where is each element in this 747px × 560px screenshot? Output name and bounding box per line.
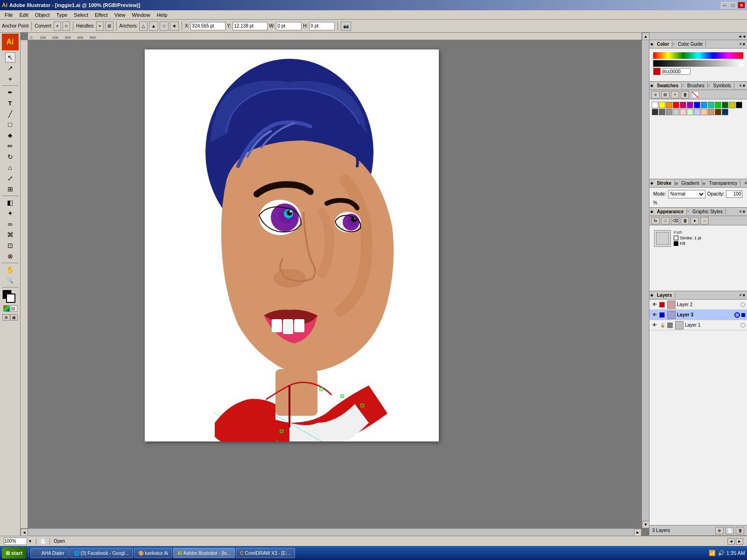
layer2-target[interactable] <box>740 302 745 307</box>
tab-stroke[interactable]: Stroke <box>654 180 675 186</box>
swatch-silver[interactable] <box>673 109 679 115</box>
swatch-gray[interactable] <box>659 109 665 115</box>
tool-pen[interactable]: ✒ <box>5 87 15 98</box>
swatch-darkgray[interactable] <box>652 109 658 115</box>
layers-panel-menu[interactable]: ▼ <box>742 293 746 298</box>
layer1-target[interactable] <box>740 323 745 328</box>
scroll-h-track[interactable] <box>28 529 634 536</box>
tab-symbols[interactable]: Symbols <box>711 83 734 89</box>
swatch-blue[interactable] <box>694 102 700 108</box>
vertical-scrollbar[interactable]: ▲ ▼ <box>641 33 649 528</box>
tool-symbol[interactable]: ⌘ <box>5 230 15 240</box>
taskbar-karikatur[interactable]: 🎨 karikatur Ai <box>134 548 172 558</box>
start-button[interactable]: ⊞ start <box>2 547 26 559</box>
y-input[interactable] <box>233 22 268 30</box>
appearance-visibility[interactable]: ● <box>691 217 699 224</box>
taskbar-facebook[interactable]: 🌐 (3) Facebook - Googl... <box>70 548 133 558</box>
swatches-expand[interactable]: ◆ <box>649 84 654 88</box>
swatch-red[interactable] <box>673 102 679 108</box>
swatch-delete[interactable]: 🗑 <box>681 91 689 98</box>
appearance-new-art[interactable]: □ <box>661 217 669 224</box>
layer1-visibility[interactable]: 👁 <box>651 322 658 329</box>
menu-select[interactable]: Select <box>71 11 91 19</box>
tool-lasso[interactable]: ⌖ <box>5 74 15 84</box>
tool-hand[interactable]: ✋ <box>5 265 15 275</box>
appearance-add-fx[interactable]: fx <box>651 217 660 224</box>
maximize-button[interactable]: □ <box>729 2 737 8</box>
tool-artboard[interactable]: ⊡ <box>5 240 15 251</box>
handles-btn-1[interactable]: ⌖ <box>96 21 104 31</box>
swatch-green[interactable] <box>715 102 721 108</box>
taskbar-illustrator[interactable]: Ai Adobe Illustrator - [In... <box>173 548 235 558</box>
convert-btn-1[interactable]: ⌖ <box>54 21 61 31</box>
color-lightness-bar[interactable] <box>653 60 743 67</box>
hex-input[interactable] <box>662 68 691 75</box>
color-gradient-bar[interactable] <box>653 52 743 59</box>
tab-layers[interactable]: Layers <box>654 292 675 298</box>
appearance-delete[interactable]: 🗑 <box>681 217 689 224</box>
swatch-small-view[interactable]: ⊞ <box>661 91 669 98</box>
tool-pencil[interactable]: ✏ <box>5 141 15 151</box>
anchors-btn-1[interactable]: △ <box>139 21 148 31</box>
document-info-btn[interactable]: 📄 <box>40 539 46 544</box>
layer2-visibility[interactable]: 👁 <box>651 301 658 308</box>
tool-scale[interactable]: ⤢ <box>5 173 15 183</box>
new-layer-btn[interactable]: 📄 <box>726 527 734 534</box>
scroll-v-track[interactable] <box>642 40 649 521</box>
scroll-right-btn[interactable]: ► <box>634 529 641 536</box>
scroll-left-btn[interactable]: ◄ <box>21 529 28 536</box>
tool-blend[interactable]: ∞ <box>5 219 15 229</box>
tool-eyedropper[interactable]: ✦ <box>5 208 15 218</box>
swatch-black[interactable] <box>736 102 742 108</box>
layer1-lock[interactable]: 🔒 <box>659 322 666 329</box>
swatch-list-view[interactable]: ≡ <box>651 91 660 98</box>
anchors-btn-3[interactable]: ☆ <box>160 21 169 31</box>
swatch-peach[interactable] <box>701 109 707 115</box>
delete-layer-btn[interactable]: 🗑 <box>736 527 744 534</box>
anchors-btn-4[interactable]: ★ <box>170 21 179 31</box>
convert-btn-2[interactable]: ⌗ <box>63 21 70 31</box>
tool-gradient[interactable]: ◧ <box>5 197 15 208</box>
appearance-expand[interactable]: ◆ <box>649 210 654 214</box>
scroll-down-btn[interactable]: ▼ <box>642 521 649 528</box>
tab-appearance[interactable]: Appearance <box>654 209 687 215</box>
swatch-yellow[interactable] <box>659 102 665 108</box>
make-layer-btn[interactable]: ⊕ <box>715 527 724 534</box>
taskbar-aha-dialer[interactable]: 📞 AHA Dialer <box>30 548 69 558</box>
appearance-clear[interactable]: ⌫ <box>671 217 679 224</box>
tool-rotate[interactable]: ↻ <box>5 152 15 162</box>
menu-file[interactable]: File <box>2 11 16 19</box>
layer-row-2[interactable]: 👁 Layer 2 <box>649 300 747 310</box>
w-input[interactable] <box>276 22 302 30</box>
color-panel-menu[interactable]: ▼ <box>742 42 746 47</box>
none-btn[interactable]: ⊘ <box>11 305 17 312</box>
outline-view-btn[interactable]: ▦ <box>10 314 18 321</box>
swatch-navy[interactable] <box>722 109 728 115</box>
appearance-panel-menu[interactable]: ▼ <box>742 210 746 214</box>
tool-brush[interactable]: ♣ <box>5 130 15 140</box>
normal-view-btn[interactable]: ⊞ <box>2 314 10 321</box>
tab-color[interactable]: Color <box>654 41 672 47</box>
x-input[interactable] <box>190 22 226 30</box>
zoom-input[interactable] <box>4 538 27 545</box>
zoom-dropdown[interactable]: ▼ <box>28 539 32 544</box>
menu-help[interactable]: Help <box>154 11 170 19</box>
swatch-white[interactable] <box>652 102 658 108</box>
page-left-btn[interactable]: ◄ <box>727 538 735 545</box>
close-button[interactable]: ✕ <box>738 2 745 8</box>
tool-slice[interactable]: ⊗ <box>5 251 15 261</box>
swatch-tan[interactable] <box>708 109 714 115</box>
swatch-brown[interactable] <box>715 109 721 115</box>
swatch-orange[interactable] <box>666 102 672 108</box>
swatch-new[interactable]: + <box>671 91 679 98</box>
swatch-sky[interactable] <box>701 102 707 108</box>
scroll-up-btn[interactable]: ▲ <box>642 33 649 40</box>
current-color-swatch[interactable] <box>653 68 661 75</box>
tab-gradient[interactable]: Gradient <box>678 180 702 186</box>
taskbar-coreldraw[interactable]: C CorelDRAW X3 - [E:... <box>236 548 295 558</box>
anchors-btn-2[interactable]: ▲ <box>149 21 158 31</box>
tool-rect[interactable]: □ <box>5 119 15 130</box>
swatches-panel-menu[interactable]: ▼ <box>742 84 746 88</box>
tab-swatches[interactable]: Swatches <box>654 83 682 89</box>
horizontal-scrollbar[interactable]: ◄ ► <box>21 528 641 536</box>
